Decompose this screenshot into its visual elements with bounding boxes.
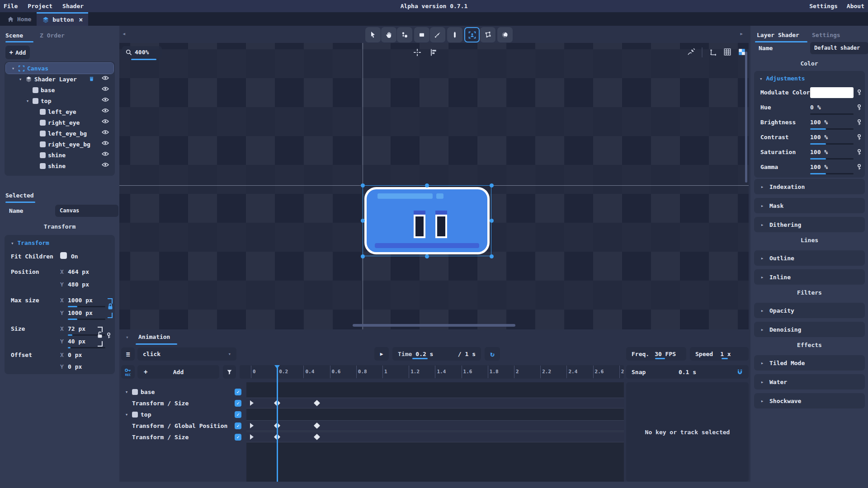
collapse-right-panel-icon[interactable]: ▸ [740,30,743,37]
section-dithering[interactable]: ▸Dithering [754,217,865,232]
tree-expand-icon[interactable]: ▾ [18,76,23,82]
keyframe-start-marker[interactable] [250,434,254,440]
align-anchor-icon[interactable] [429,48,438,56]
section-mask[interactable]: ▸Mask [754,198,865,213]
section-inline[interactable]: ▸Inline [754,269,865,285]
keyframe-start-marker[interactable] [250,423,254,428]
tool-warp-button[interactable] [497,27,513,42]
offset-x-value[interactable]: 0 px [68,352,82,358]
view-checker-background-icon[interactable] [738,48,746,56]
zoom-slider[interactable] [131,59,156,60]
max-size-x-slider[interactable] [68,306,105,307]
zoom-control[interactable]: 400% [122,46,162,58]
playhead[interactable] [277,365,278,482]
visibility-eye-icon[interactable] [102,97,109,102]
selection-handle-0[interactable] [361,183,365,188]
adjustment-slider[interactable] [810,143,854,145]
selection-handle-5[interactable] [425,254,429,258]
track-enabled-checkbox[interactable]: ✓ [235,411,241,418]
time-slider[interactable] [412,358,428,359]
view-grid-icon[interactable] [723,48,731,56]
record-keys-button[interactable]: REC [121,365,135,379]
adjustment-value[interactable]: 100 % [810,134,828,141]
center-view-icon[interactable] [413,48,421,56]
track-row-transform-global-position-3[interactable]: Transform / Global Position✓ [119,420,245,431]
size-y-value[interactable]: 40 px [68,338,85,345]
adjustment-slider[interactable] [810,128,854,130]
view-transform-gizmo-icon[interactable] [709,48,717,56]
loop-button[interactable]: ↻ [485,347,500,361]
track-expand-icon[interactable]: ▾ [124,389,129,395]
tree-node-left-eye-4[interactable]: left_eye [6,106,113,117]
tool-brush-button[interactable] [430,27,445,42]
tool-frame-select-button[interactable] [464,27,480,42]
selection-handle-3[interactable] [490,254,494,258]
transform-section-header[interactable]: ▾ Transform [11,239,49,246]
keyframe-start-marker[interactable] [250,400,254,406]
track-row-top-2[interactable]: ▾top✓ [119,409,245,420]
tool-pen-button[interactable] [447,27,462,42]
adjustment-value[interactable]: 100 % [810,149,828,155]
add-track-button[interactable]: + Add [137,365,219,379]
max-size-y-value[interactable]: 1000 px [68,310,93,316]
tab-layer-shader[interactable]: Layer Shader [757,32,799,38]
selection-handle-7[interactable] [490,219,494,223]
animation-collapse-icon[interactable]: ▾ [126,334,129,340]
adjustment-slider[interactable] [810,158,854,160]
size-x-value[interactable]: 72 px [68,325,85,332]
animation-menu-button[interactable]: ≡ [121,347,135,361]
speed-slider[interactable] [722,358,728,359]
section-shockwave[interactable]: ▸Shockwave [754,393,865,408]
visibility-eye-icon[interactable] [102,108,109,113]
tool-move-points-button[interactable] [397,27,412,42]
menu-about[interactable]: About [847,3,864,9]
selection-handle-2[interactable] [361,254,365,258]
fit-children-checkbox[interactable] [60,252,67,259]
section-outline[interactable]: ▸Outline [754,250,865,266]
max-size-y-slider[interactable] [68,319,105,320]
visibility-eye-icon[interactable] [102,130,109,135]
track-enabled-checkbox[interactable]: ✓ [235,389,241,395]
filter-tracks-button[interactable] [223,365,236,379]
visibility-eye-icon[interactable] [102,141,109,145]
keyframe-icon[interactable] [857,104,861,111]
visibility-eye-icon[interactable] [102,151,109,156]
visibility-eye-icon[interactable] [102,119,109,124]
position-y-value[interactable]: 480 px [68,281,89,288]
magnet-icon[interactable] [736,369,743,375]
adjustments-header[interactable]: ▾ Adjustments [760,75,805,82]
track-enabled-checkbox[interactable]: ✓ [235,434,241,441]
keyframe-icon[interactable] [857,164,861,171]
tab-shader-settings[interactable]: Settings [812,32,840,38]
selection-handle-6[interactable] [361,219,365,223]
visibility-eye-icon[interactable] [102,86,109,91]
tree-node-left-eye-bg-6[interactable]: left_eye_bg [6,128,113,139]
section-tiled-mode[interactable]: ▸Tiled Mode [754,355,865,371]
selection-handle-4[interactable] [425,183,429,188]
selection-handle-1[interactable] [490,183,494,188]
track-enabled-checkbox[interactable]: ✓ [235,400,241,407]
track-row-transform-size-4[interactable]: Transform / Size✓ [119,432,245,442]
shader-name-input[interactable]: Default shader [810,42,868,54]
track-expand-icon[interactable]: ▾ [124,412,129,418]
play-button[interactable]: ▶ [374,347,389,361]
track-lane-4[interactable] [246,432,624,442]
node-name-input[interactable]: Canvas [55,205,118,217]
tree-expand-icon[interactable]: ▾ [25,98,30,104]
adjustment-value[interactable]: 100 % [810,119,828,126]
section-indexation[interactable]: ▸Indexation [754,179,865,194]
tool-rectangle-button[interactable] [414,27,429,42]
snap-field[interactable]: Snap 0.1 s [626,365,749,379]
tool-pan-button[interactable] [381,27,396,42]
adjustment-value[interactable]: 0 % [810,104,821,111]
menu-settings[interactable]: Settings [809,3,838,9]
time-field[interactable]: Time 0.2 s / 1 s [392,347,481,361]
view-stylus-overlay-icon[interactable] [687,48,695,56]
tab-z-order[interactable]: Z Order [40,32,65,39]
collapse-left-panel-icon[interactable]: ◂ [122,30,126,37]
tree-node-top-3[interactable]: ▾top [6,95,113,106]
tab-home[interactable]: Home [2,12,37,26]
shader-bucket-icon[interactable] [89,76,94,82]
canvas-viewport[interactable]: 400% [119,43,749,329]
adjustment-slider[interactable] [810,173,854,174]
